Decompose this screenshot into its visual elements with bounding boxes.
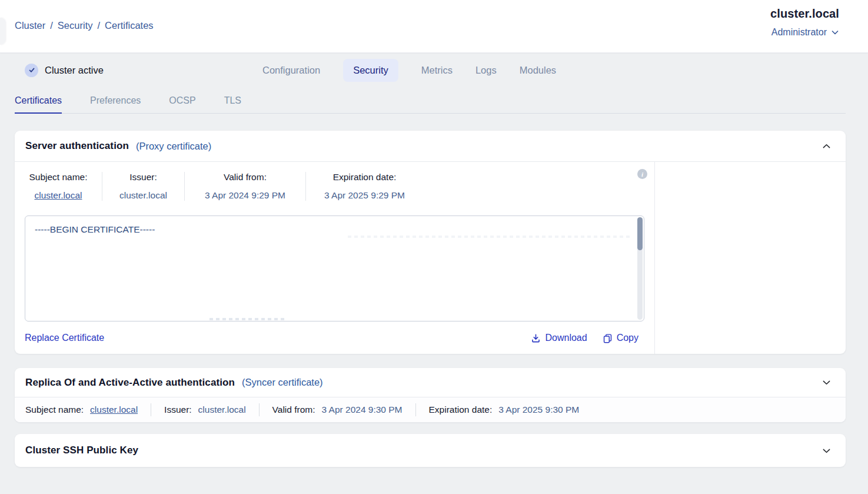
sub-tab-preferences[interactable]: Preferences [90, 95, 141, 114]
download-label: Download [545, 333, 587, 343]
page-header: Cluster / Security / Certificates cluste… [0, 0, 868, 53]
sub-tab-tls[interactable]: TLS [224, 95, 241, 114]
field-label: Subject name: [25, 405, 84, 415]
field-valid-from: Valid from: 3 Apr 2024 9:30 PM [272, 405, 403, 415]
field-label: Valid from: [224, 172, 267, 183]
field-value: 3 Apr 2025 9:29 PM [324, 190, 405, 201]
ssh-public-key-header[interactable]: Cluster SSH Public Key [15, 434, 846, 467]
certificate-textarea[interactable]: -----BEGIN CERTIFICATE----- [25, 215, 644, 321]
field-label: Expiration date: [429, 405, 493, 415]
field-label: Issuer: [164, 405, 192, 415]
card-subtitle: (Proxy certificate) [136, 141, 211, 152]
header-right: cluster.local Administrator [770, 0, 839, 52]
breadcrumb: Cluster / Security / Certificates [15, 19, 154, 32]
download-button[interactable]: Download [531, 333, 587, 343]
field-subject-name: Subject name: cluster.local [15, 172, 102, 201]
copy-icon [603, 333, 613, 343]
field-value: 3 Apr 2024 9:30 PM [322, 405, 403, 415]
card-title: Server authentication [25, 140, 129, 152]
tab-configuration[interactable]: Configuration [262, 59, 320, 82]
breadcrumb-certificates[interactable]: Certificates [105, 20, 154, 31]
scrollbar-thumb[interactable] [637, 217, 643, 250]
card-subtitle: (Syncer certificate) [242, 377, 323, 388]
field-subject-name: Subject name: cluster.local [25, 405, 138, 415]
sub-tab-certificates[interactable]: Certificates [15, 95, 62, 114]
subject-name-link[interactable]: cluster.local [35, 190, 82, 201]
field-label: Expiration date: [333, 172, 397, 183]
server-authentication-card: Server authentication (Proxy certificate… [15, 131, 846, 354]
syncer-certificate-card: Replica Of and Active-Active authenticat… [15, 368, 846, 422]
card-side-panel [655, 162, 846, 354]
divider [151, 403, 151, 416]
tab-metrics[interactable]: Metrics [421, 59, 453, 82]
server-authentication-header[interactable]: Server authentication (Proxy certificate… [15, 131, 846, 162]
redacted-certificate-content [209, 318, 285, 320]
divider [259, 403, 260, 416]
field-value: 3 Apr 2024 9:29 PM [205, 190, 285, 201]
breadcrumb-separator: / [97, 20, 100, 31]
chevron-down-icon [831, 28, 839, 37]
field-expiration-date: Expiration date: 3 Apr 2025 9:29 PM [305, 172, 423, 201]
syncer-certificate-header[interactable]: Replica Of and Active-Active authenticat… [15, 368, 846, 397]
field-issuer: Issuer: cluster.local [164, 405, 246, 415]
cluster-status-label: Cluster active [45, 65, 104, 76]
field-expiration-date: Expiration date: 3 Apr 2025 9:30 PM [429, 405, 580, 415]
scrollbar-track[interactable] [637, 217, 643, 320]
breadcrumb-cluster[interactable]: Cluster [15, 20, 45, 31]
field-label: Valid from: [272, 405, 315, 415]
server-authentication-body: Subject name: cluster.local Issuer: clus… [15, 162, 846, 354]
replace-certificate-button[interactable]: Replace Certificate [25, 333, 104, 343]
user-role-label: Administrator [771, 27, 827, 38]
subject-name-link[interactable]: cluster.local [90, 405, 138, 415]
field-value: cluster.local [198, 405, 246, 415]
field-value: cluster.local [119, 190, 167, 201]
field-label: Issuer: [129, 172, 157, 183]
card-title: Replica Of and Active-Active authenticat… [25, 377, 235, 389]
sub-tab-ocsp[interactable]: OCSP [169, 95, 195, 114]
field-valid-from: Valid from: 3 Apr 2024 9:29 PM [184, 172, 305, 201]
certificate-preview-text: -----BEGIN CERTIFICATE----- [35, 224, 155, 234]
cluster-name: cluster.local [770, 7, 839, 21]
tab-security[interactable]: Security [343, 59, 398, 82]
download-icon [531, 333, 541, 343]
divider [415, 403, 416, 416]
chevron-up-icon[interactable] [822, 141, 832, 151]
card-title: Cluster SSH Public Key [25, 445, 138, 456]
chevron-down-icon[interactable] [822, 446, 832, 456]
ssh-public-key-card: Cluster SSH Public Key [15, 434, 846, 467]
main-tabs: Configuration Security Metrics Logs Modu… [262, 53, 556, 87]
copy-button[interactable]: Copy [603, 333, 638, 343]
tab-logs[interactable]: Logs [475, 59, 497, 82]
syncer-certificate-summary: Subject name: cluster.local Issuer: clus… [15, 397, 846, 422]
tab-modules[interactable]: Modules [520, 59, 556, 82]
user-role-dropdown[interactable]: Administrator [771, 27, 839, 38]
info-icon[interactable]: i [637, 169, 647, 179]
certificate-actions: Replace Certificate Download [25, 333, 644, 343]
redacted-certificate-content [348, 236, 631, 238]
field-label: Subject name: [29, 172, 87, 183]
security-sub-tabs: Certificates Preferences OCSP TLS [15, 95, 846, 114]
chevron-down-icon[interactable] [822, 377, 832, 387]
sidebar-drawer-handle[interactable] [0, 18, 5, 45]
check-icon [25, 64, 38, 77]
status-bar: Cluster active Configuration Security Me… [0, 53, 868, 87]
breadcrumb-security[interactable]: Security [58, 20, 93, 31]
field-issuer: Issuer: cluster.local [102, 172, 184, 201]
copy-label: Copy [617, 333, 638, 343]
certificate-fields: Subject name: cluster.local Issuer: clus… [15, 162, 654, 210]
breadcrumb-separator: / [50, 20, 53, 31]
field-value: 3 Apr 2025 9:30 PM [498, 405, 579, 415]
cluster-status: Cluster active [25, 64, 104, 77]
